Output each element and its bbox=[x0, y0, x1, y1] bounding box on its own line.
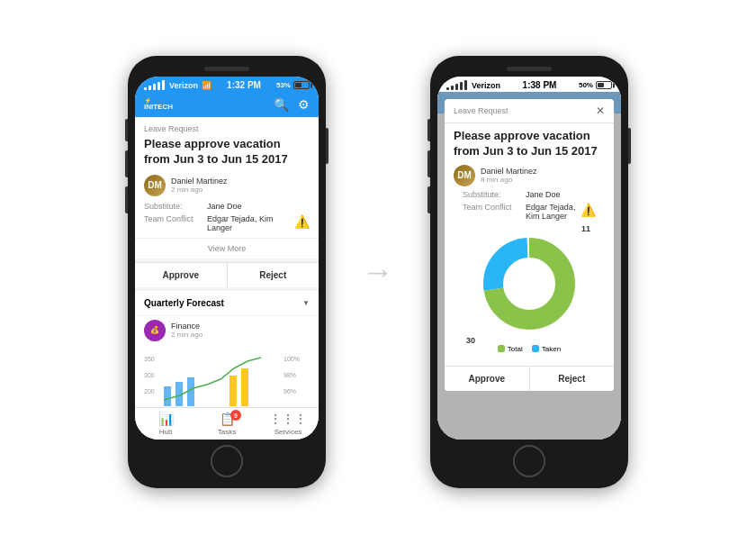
phone-1-home-button[interactable] bbox=[211, 445, 243, 477]
user-time: 2 min ago bbox=[171, 186, 228, 194]
phone-1-power-button bbox=[326, 128, 328, 164]
svg-text:98%: 98% bbox=[284, 372, 296, 378]
nav-tasks[interactable]: 📋 9 Tasks bbox=[196, 412, 257, 436]
app-name: INITECH bbox=[144, 104, 173, 112]
substitute-label: Substitute: bbox=[144, 202, 207, 211]
signal-strength-2 bbox=[446, 80, 467, 90]
dialog-main-title: Please approve vacation from Jun 3 to Ju… bbox=[454, 129, 605, 159]
chart-total-label: 30 bbox=[466, 336, 475, 345]
forecast-user-row: 💰 Finance 2 min ago bbox=[135, 316, 319, 345]
svg-rect-7 bbox=[241, 368, 248, 406]
phone-1-signal: Verizon 📶 bbox=[144, 80, 212, 90]
dialog-reject-button[interactable]: Reject bbox=[530, 367, 615, 391]
total-legend-label: Total bbox=[508, 345, 523, 353]
battery-icon-2 bbox=[596, 81, 612, 89]
user-row: DM Daniel Martinez 2 min ago bbox=[135, 171, 319, 200]
donut-chart-svg bbox=[475, 230, 583, 338]
carrier-name: Verizon bbox=[169, 81, 198, 90]
close-icon[interactable]: ✕ bbox=[596, 104, 605, 117]
battery-fill-2 bbox=[598, 83, 604, 87]
phone-1-content: Leave Request Please approve vacation fr… bbox=[135, 117, 319, 407]
forecast-header: Quarterly Forecast ▼ bbox=[135, 291, 319, 316]
battery-icon bbox=[293, 81, 310, 89]
battery-percent: 53% bbox=[276, 81, 291, 89]
services-label: Services bbox=[274, 428, 302, 436]
dialog-approve-button[interactable]: Approve bbox=[445, 367, 530, 391]
svg-point-14 bbox=[504, 258, 554, 309]
phone-1-battery-area: 53% bbox=[276, 81, 310, 89]
phone-1-time: 1:32 PM bbox=[227, 80, 261, 90]
phone-2-vol-down bbox=[428, 186, 430, 213]
hub-label: Hub bbox=[159, 428, 173, 436]
svg-rect-3 bbox=[164, 386, 171, 406]
warning-icon: ⚠️ bbox=[294, 214, 310, 229]
dialog-user-row: DM Daniel Martinez 8 min ago bbox=[454, 163, 605, 188]
carrier-name-2: Verizon bbox=[472, 81, 500, 90]
phone-2-vol-mute bbox=[428, 119, 430, 141]
phone-2-power-button bbox=[628, 128, 631, 164]
forecast-collapse-icon[interactable]: ▼ bbox=[302, 299, 310, 307]
phone-2-home-button[interactable] bbox=[513, 445, 545, 477]
nav-services[interactable]: ⋮⋮⋮ Services bbox=[257, 412, 319, 436]
phone-1-speaker bbox=[204, 67, 249, 71]
tasks-icon: 📋 9 bbox=[220, 412, 235, 426]
scene: Verizon 📶 1:32 PM 53% ⚡ INITECH bbox=[0, 0, 756, 544]
conflict-label: Team Conflict bbox=[144, 214, 207, 223]
view-more[interactable]: View More bbox=[135, 238, 319, 258]
approve-button[interactable]: Approve bbox=[135, 263, 228, 287]
dialog-user-time: 8 min ago bbox=[481, 176, 537, 184]
dialog-substitute-label: Substitute: bbox=[463, 190, 526, 199]
signal-strength bbox=[144, 80, 165, 90]
finance-name: Finance bbox=[171, 322, 202, 331]
user-info: Daniel Martinez 2 min ago bbox=[171, 177, 228, 194]
dialog-content: Please approve vacation from Jun 3 to Ju… bbox=[445, 123, 614, 362]
leave-request-card: Leave Request Please approve vacation fr… bbox=[135, 117, 319, 258]
svg-text:350: 350 bbox=[144, 356, 155, 362]
dialog-action-buttons: Approve Reject bbox=[445, 366, 614, 391]
dialog-title-bar: Leave Request ✕ bbox=[445, 99, 614, 123]
dialog-user-info: Daniel Martinez 8 min ago bbox=[481, 167, 537, 184]
substitute-value: Jane Doe bbox=[207, 202, 310, 211]
total-color-dot bbox=[498, 345, 505, 352]
tasks-label: Tasks bbox=[218, 428, 236, 436]
phone-2-bg: Leave Request ✕ Please approve vacation … bbox=[437, 92, 621, 440]
phone-1-status-bar: Verizon 📶 1:32 PM 53% bbox=[135, 77, 319, 92]
services-icon: ⋮⋮⋮ bbox=[269, 412, 307, 426]
action-buttons: Approve Reject bbox=[135, 262, 319, 287]
finance-info: Finance 2 min ago bbox=[171, 322, 202, 339]
bottom-nav: 📊 Hub 📋 9 Tasks ⋮⋮⋮ Services bbox=[135, 407, 319, 440]
settings-icon[interactable]: ⚙ bbox=[298, 97, 310, 112]
phone-1: Verizon 📶 1:32 PM 53% ⚡ INITECH bbox=[128, 56, 326, 488]
app-bar-icons: 🔍 ⚙ bbox=[274, 97, 310, 112]
leave-request-header: Leave Request bbox=[135, 117, 319, 137]
chart-legend: Total Taken bbox=[498, 345, 561, 353]
search-icon[interactable]: 🔍 bbox=[274, 97, 289, 112]
dialog-user-name: Daniel Martinez bbox=[481, 167, 537, 176]
finance-avatar: 💰 bbox=[144, 320, 166, 341]
svg-rect-6 bbox=[230, 376, 237, 406]
reject-button[interactable]: Reject bbox=[228, 263, 320, 287]
dialog-conflict-value: Edgar Tejada, Kim Langer bbox=[526, 203, 577, 221]
taken-legend-label: Taken bbox=[542, 345, 561, 353]
dialog-overlay: Leave Request ✕ Please approve vacation … bbox=[437, 92, 621, 440]
donut-chart-container: 11 30 Total bbox=[454, 222, 605, 357]
conflict-value: Edgar Tejada, Kim Langer bbox=[207, 214, 291, 232]
phone-2: Verizon 1:38 PM 50% Lea bbox=[430, 56, 628, 488]
chart-taken-label: 11 bbox=[581, 224, 590, 233]
dialog-warning-icon: ⚠️ bbox=[580, 203, 596, 217]
phone-1-vol-mute bbox=[125, 119, 128, 141]
nav-hub[interactable]: 📊 Hub bbox=[135, 412, 196, 436]
conflict-row: Team Conflict Edgar Tejada, Kim Langer ⚠… bbox=[135, 213, 319, 234]
finance-time: 2 min ago bbox=[171, 331, 202, 339]
legend-taken: Taken bbox=[532, 345, 561, 353]
dialog-conflict-label: Team Conflict bbox=[463, 203, 526, 212]
svg-rect-5 bbox=[187, 377, 194, 406]
phone-2-vol-up bbox=[428, 150, 430, 177]
dialog-substitute-row: Substitute: Jane Doe bbox=[454, 188, 605, 201]
phone-1-vol-down bbox=[125, 186, 128, 213]
taken-color-dot bbox=[532, 345, 539, 352]
dialog-conflict-row: Team Conflict Edgar Tejada, Kim Langer ⚠… bbox=[454, 201, 605, 222]
user-name: Daniel Martinez bbox=[171, 177, 228, 186]
donut-wrapper: 11 30 bbox=[475, 230, 583, 341]
dialog-substitute-value: Jane Doe bbox=[526, 190, 596, 199]
